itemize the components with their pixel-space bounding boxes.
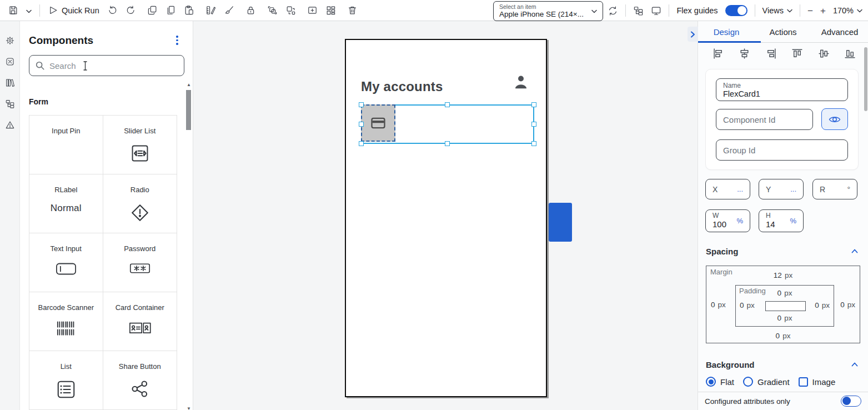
brush-icon[interactable]: [224, 5, 234, 16]
warning-icon[interactable]: [5, 120, 15, 132]
delete-icon[interactable]: [347, 5, 358, 16]
undo-icon[interactable]: [107, 5, 118, 16]
actions-icon[interactable]: [5, 57, 15, 69]
canvas-blue-block[interactable]: [549, 203, 572, 242]
resize-handle-w[interactable]: [359, 122, 364, 127]
profile-person-icon[interactable]: [514, 74, 528, 91]
resize-handle-nw[interactable]: [359, 102, 364, 107]
refresh-icon[interactable]: [608, 6, 618, 16]
y-position-field[interactable]: Y ...: [759, 179, 804, 199]
group-id-input[interactable]: [716, 140, 847, 160]
component-share-button[interactable]: Share Button: [103, 351, 177, 410]
align-top-icon[interactable]: [791, 48, 803, 59]
save-icon[interactable]: [8, 5, 18, 16]
flat-radio[interactable]: [706, 377, 716, 387]
padding-top-value[interactable]: 0px: [777, 289, 792, 297]
visibility-button[interactable]: [821, 108, 848, 130]
margin-bottom-value[interactable]: 0px: [776, 332, 791, 340]
panel-collapse-button[interactable]: [688, 27, 698, 42]
scroll-down-icon[interactable]: ▼: [187, 406, 191, 410]
height-field[interactable]: H 14 %: [759, 209, 804, 232]
lock-icon[interactable]: [245, 5, 256, 16]
views-dropdown[interactable]: Views: [762, 6, 792, 15]
padding-right-value[interactable]: 0px: [815, 301, 830, 309]
rotation-field[interactable]: R °: [812, 179, 857, 199]
name-field[interactable]: Name FlexCard1: [716, 78, 848, 101]
resize-handle-se[interactable]: [531, 141, 536, 146]
quick-run-button[interactable]: Quick Run: [48, 5, 99, 16]
components-scrollbar[interactable]: ▲ ▼: [186, 82, 192, 409]
tab-actions[interactable]: Actions: [755, 21, 811, 42]
component-text-input[interactable]: Text Input: [29, 233, 103, 292]
image-checkbox[interactable]: [799, 377, 808, 387]
align-right-icon[interactable]: [765, 48, 777, 59]
hierarchy-icon[interactable]: [5, 99, 15, 111]
spacing-center-input[interactable]: [765, 301, 806, 311]
layout-blocks-icon[interactable]: [325, 5, 336, 16]
padding-bottom-value[interactable]: 0px: [777, 314, 792, 322]
component-grid: Input Pin Slider List RLabel Normal Radi…: [29, 115, 177, 410]
width-field[interactable]: W 100 %: [705, 209, 750, 232]
save-menu-chevron-icon[interactable]: [26, 6, 32, 16]
component-card-container[interactable]: Card Container: [103, 292, 177, 351]
resize-handle-e[interactable]: [531, 122, 536, 127]
configured-attributes-toggle[interactable]: [841, 396, 861, 407]
zoom-out-button[interactable]: −: [807, 6, 813, 16]
component-slider-list[interactable]: Slider List: [103, 116, 177, 174]
tab-design[interactable]: Design: [698, 21, 755, 42]
redo-icon[interactable]: [126, 5, 136, 16]
align-center-horizontal-icon[interactable]: [739, 48, 750, 59]
margin-top-value[interactable]: 12px: [774, 271, 792, 279]
zoom-level-dropdown[interactable]: 170%: [833, 6, 862, 15]
spacing-collapse-icon[interactable]: [851, 249, 858, 253]
tree-view-icon[interactable]: [633, 6, 644, 16]
device-selector[interactable]: Select an item Apple iPhone SE (214×...: [493, 1, 603, 21]
component-rlabel[interactable]: RLabel Normal: [29, 174, 103, 233]
x-more[interactable]: ...: [737, 185, 743, 193]
settings-gear-icon[interactable]: [5, 36, 15, 48]
resize-handle-n[interactable]: [445, 102, 450, 107]
copy-icon[interactable]: [147, 5, 158, 16]
search-input[interactable]: [49, 61, 178, 71]
y-more[interactable]: ...: [790, 185, 796, 193]
x-position-field[interactable]: X ...: [705, 179, 750, 199]
toolbar-separator: [39, 4, 40, 17]
resize-handle-sw[interactable]: [359, 141, 364, 146]
component-list[interactable]: List: [29, 351, 103, 410]
group-icon[interactable]: [267, 5, 278, 16]
components-panel: Components Form Input Pin Slider List RL…: [20, 21, 193, 410]
component-password[interactable]: Password: [103, 233, 177, 292]
duplicate-icon[interactable]: [165, 5, 176, 16]
ungroup-icon[interactable]: [285, 5, 296, 16]
selected-element-outline[interactable]: [361, 104, 534, 144]
component-id-input[interactable]: [716, 109, 812, 129]
zoom-in-button[interactable]: +: [820, 6, 826, 16]
component-barcode-scanner[interactable]: Barcode Scanner: [29, 292, 103, 351]
phone-canvas[interactable]: My accounts: [345, 39, 547, 397]
background-collapse-icon[interactable]: [851, 362, 858, 367]
add-frame-icon[interactable]: [307, 5, 318, 16]
resize-handle-ne[interactable]: [531, 102, 536, 107]
margin-left-value[interactable]: 0px: [711, 301, 726, 309]
align-left-icon[interactable]: [713, 48, 724, 59]
inspector-scrollbar-thumb[interactable]: [864, 47, 867, 111]
component-radio[interactable]: Radio: [103, 174, 177, 233]
library-books-icon[interactable]: [5, 78, 15, 90]
resize-handle-s[interactable]: [445, 141, 450, 146]
selected-credit-card-field[interactable]: [361, 104, 395, 142]
components-menu-kebab-icon[interactable]: [176, 36, 178, 45]
component-input-pin[interactable]: Input Pin: [29, 116, 103, 174]
padding-left-value[interactable]: 0px: [740, 301, 755, 309]
tab-advanced[interactable]: Advanced: [811, 21, 868, 42]
align-bottom-icon[interactable]: [844, 48, 856, 59]
screen-title[interactable]: My accounts: [361, 79, 443, 94]
flex-guides-toggle[interactable]: [725, 5, 747, 16]
style-design-icon[interactable]: [205, 5, 216, 16]
align-center-vertical-icon[interactable]: [818, 48, 830, 59]
components-scrollbar-thumb[interactable]: [186, 90, 191, 130]
preview-monitor-icon[interactable]: [651, 6, 661, 16]
gradient-radio[interactable]: [743, 377, 753, 387]
scroll-up-icon[interactable]: ▲: [187, 82, 191, 87]
margin-right-value[interactable]: 0px: [840, 301, 855, 309]
paste-icon[interactable]: [184, 5, 194, 16]
